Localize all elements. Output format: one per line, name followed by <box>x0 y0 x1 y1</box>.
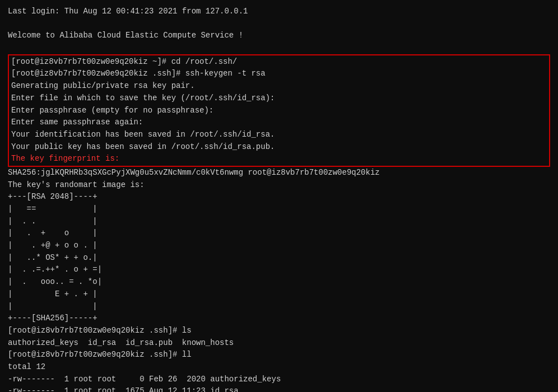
line-blank1 <box>8 18 550 30</box>
line-cmd-ls: [root@iz8vb7rb7t00zw0e9q20kiz .ssh]# ls <box>8 325 550 337</box>
line-art8: | . ooo.. = . *o| <box>8 276 550 288</box>
line-last-login: Last login: Thu Aug 12 00:41:23 2021 fro… <box>8 6 550 18</box>
line-enter-file: Enter file in which to save the key (/ro… <box>11 92 547 105</box>
line-art2: | == | <box>8 203 550 216</box>
line-art3: | . . | <box>8 216 550 228</box>
line-file1: -rw------- 1 root root 0 Feb 26 2020 aut… <box>8 374 550 386</box>
line-id-saved: Your identification has been saved in /r… <box>11 129 547 141</box>
line-file2: -rw------- 1 root root 1675 Aug 12 11:23… <box>8 385 550 392</box>
line-art6: | ..* OS* + + o.| <box>8 252 550 264</box>
line-fingerprint: The key fingerprint is: <box>11 153 547 165</box>
terminal-window: Last login: Thu Aug 12 00:41:23 2021 fro… <box>8 6 550 386</box>
line-cmd-ll: [root@iz8vb7rb7t00zw0e9q20kiz .ssh]# ll <box>8 349 550 361</box>
line-randomart-label: The key's randomart image is: <box>8 179 550 192</box>
line-sha256: SHA256:jglKQRHRb3qSXGcPyjXWg0u5xvZNcNmm/… <box>8 167 550 179</box>
line-welcome: Welcome to Alibaba Cloud Elastic Compute… <box>8 30 550 42</box>
line-art1: +---[RSA 2048]----+ <box>8 191 550 203</box>
line-art5: | . +@ + o o . | <box>8 240 550 252</box>
line-total: total 12 <box>8 361 550 374</box>
line-cmd-keygen: [root@iz8vb7rb7t00zw0e9q20kiz .ssh]# ssh… <box>11 68 547 80</box>
line-enter-pass: Enter passphrase (empty for no passphras… <box>11 105 547 117</box>
line-art10: | | <box>8 301 550 313</box>
line-art4: | . + o | <box>8 227 550 240</box>
line-generating: Generating public/private rsa key pair. <box>11 80 547 92</box>
line-blank2 <box>8 42 550 54</box>
line-art9: | E + . + | <box>8 288 550 301</box>
line-ls-output: authorized_keys id_rsa id_rsa.pub known_… <box>8 337 550 349</box>
line-art7: | . .=.++* . o + =| <box>8 264 550 276</box>
ssh-keygen-box: [root@iz8vb7rb7t00zw0e9q20kiz ~]# cd /ro… <box>8 54 550 167</box>
line-pub-saved: Your public key has been saved in /root/… <box>11 141 547 153</box>
line-cmd-cd: [root@iz8vb7rb7t00zw0e9q20kiz ~]# cd /ro… <box>11 56 547 68</box>
line-art11: +----[SHA256]-----+ <box>8 312 550 325</box>
line-enter-same: Enter same passphrase again: <box>11 116 547 129</box>
